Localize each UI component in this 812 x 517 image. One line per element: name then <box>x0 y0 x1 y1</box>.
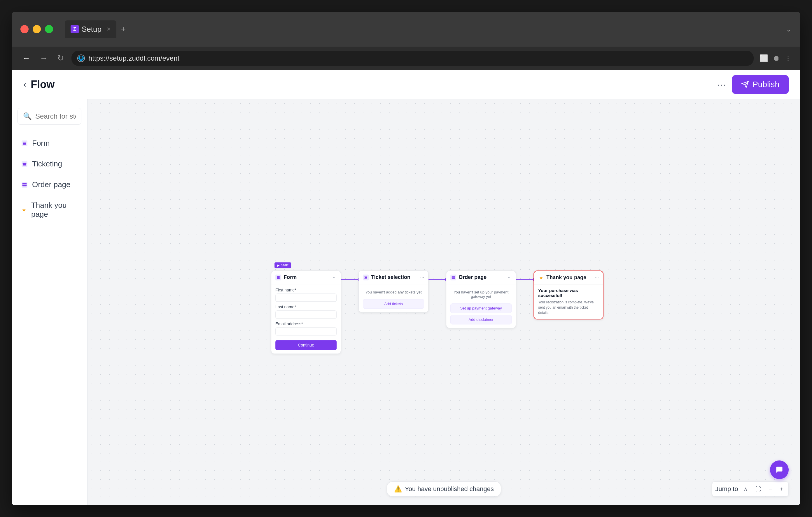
thankyou-node-title: Thank you page <box>546 275 586 281</box>
fit-view-button[interactable]: ⛶ <box>753 484 763 495</box>
form-node-body: First name* Last name* Email address* <box>271 284 341 354</box>
zoom-out-button[interactable]: − <box>766 484 775 495</box>
sidebar-item-label-order: Order page <box>32 180 70 189</box>
traffic-lights <box>21 25 53 33</box>
reload-button[interactable]: ↻ <box>55 52 66 65</box>
sidebar-item-form[interactable]: Form <box>18 133 81 153</box>
flow-container: Start Form ··· <box>271 270 604 354</box>
connector-2 <box>429 279 446 280</box>
form-field-lastname: Last name* <box>276 305 337 318</box>
browser-nav-right: ⬜ ⏺ ⋮ <box>759 54 791 62</box>
connector-line-1 <box>341 279 358 280</box>
form-node-wrapper: Start Form ··· <box>271 270 341 354</box>
close-button[interactable] <box>21 25 29 33</box>
svg-rect-9 <box>277 278 280 279</box>
svg-rect-7 <box>277 276 280 277</box>
thankyou-node-header: ★ Thank you page ··· <box>534 271 603 284</box>
form-node-more-button[interactable]: ··· <box>333 275 337 280</box>
ticket-node-more-button[interactable]: ··· <box>420 275 424 280</box>
sidebar-item-ticketing[interactable]: Ticketing <box>18 154 81 174</box>
canvas[interactable]: Start Form ··· <box>87 99 800 505</box>
jump-controls: Jump to ∧ ⛶ − + <box>712 482 789 496</box>
form-node-title: Form <box>284 274 297 280</box>
app-header: ‹ Flow ··· Publish <box>12 70 800 99</box>
new-tab-button[interactable]: + <box>121 25 126 34</box>
lastname-input <box>276 310 337 318</box>
svg-rect-2 <box>23 142 26 143</box>
search-box[interactable]: 🔍 <box>18 108 81 125</box>
reader-view-button[interactable]: ⬜ <box>759 54 768 62</box>
ticket-node-icon <box>363 275 369 280</box>
svg-rect-5 <box>23 183 27 186</box>
back-button[interactable]: ‹ <box>23 80 26 89</box>
app-container: ‹ Flow ··· Publish 🔍 <box>12 70 800 505</box>
order-node-body: You haven't set up your payment gateway … <box>446 284 516 328</box>
thankyou-node-icon: ★ <box>538 275 544 281</box>
order-node[interactable]: Order page ··· You haven't set up your p… <box>446 270 516 328</box>
setup-payment-button[interactable]: Set up payment gateway <box>450 303 512 313</box>
ticket-node-header: Ticket selection ··· <box>359 271 428 284</box>
tab-title: Setup <box>82 25 102 34</box>
ticket-node-body: You haven't added any tickets yet Add ti… <box>359 284 428 312</box>
more-options-button[interactable]: ··· <box>717 80 726 89</box>
order-empty-text: You haven't set up your payment gateway … <box>450 287 512 301</box>
main-layout: 🔍 Form Ticketing <box>12 99 800 505</box>
connector-3 <box>516 279 533 280</box>
warning-icon: ⚠️ <box>394 485 402 493</box>
record-button[interactable]: ⏺ <box>773 54 780 62</box>
security-icon: 🌐 <box>77 55 85 62</box>
maximize-button[interactable] <box>45 25 53 33</box>
continue-button[interactable]: Continue <box>276 340 337 350</box>
ticket-empty-text: You haven't added any tickets yet <box>363 287 424 297</box>
unpublished-badge: ⚠️ You have unpublished changes <box>387 482 501 496</box>
form-field-firstname: First name* <box>276 287 337 302</box>
forward-nav-button[interactable]: → <box>38 52 50 65</box>
ticket-node[interactable]: Ticket selection ··· You haven't added a… <box>358 270 429 312</box>
ticket-title-group: Ticket selection <box>363 274 410 280</box>
order-node-title: Order page <box>459 274 487 280</box>
form-title-group: Form <box>276 274 297 280</box>
chat-fab-button[interactable] <box>770 460 789 479</box>
svg-rect-8 <box>277 277 280 278</box>
order-node-more-button[interactable]: ··· <box>508 275 512 280</box>
thankyou-success-text: Your registration is complete. We've sen… <box>538 300 599 315</box>
email-input <box>276 327 337 335</box>
search-input[interactable] <box>35 112 76 120</box>
connector-1 <box>341 279 358 280</box>
header-right: ··· Publish <box>717 75 789 94</box>
order-icon <box>22 182 27 188</box>
jump-up-button[interactable]: ∧ <box>741 483 750 495</box>
thankyou-node-more-button[interactable]: ··· <box>595 275 599 280</box>
sidebar-item-label-ticketing: Ticketing <box>32 159 62 169</box>
email-label: Email address* <box>276 322 337 326</box>
connector-line-2 <box>429 279 446 280</box>
minimize-button[interactable] <box>33 25 41 33</box>
back-nav-button[interactable]: ← <box>21 52 32 65</box>
order-node-header: Order page ··· <box>446 271 516 284</box>
tab-close-button[interactable]: × <box>107 25 111 33</box>
svg-rect-10 <box>452 276 455 279</box>
collapse-button[interactable]: ⌄ <box>786 25 791 33</box>
tab-bar: Z Setup × + <box>65 21 126 38</box>
firstname-input <box>276 294 337 302</box>
menu-button[interactable]: ⋮ <box>785 54 791 62</box>
form-field-email: Email address* <box>276 322 337 335</box>
add-disclaimer-button[interactable]: Add disclaimer <box>450 315 512 324</box>
thankyou-node-body: Your purchase was successful! Your regis… <box>534 284 603 319</box>
chat-icon <box>775 466 783 474</box>
active-tab[interactable]: Z Setup × <box>65 21 116 38</box>
browser-nav: ← → ↻ 🌐 https://setup.zuddl.com/event ⬜ … <box>12 47 800 70</box>
zoom-in-button[interactable]: + <box>777 484 785 495</box>
thankyou-node[interactable]: ★ Thank you page ··· Your purchase was s… <box>533 270 604 320</box>
sidebar-item-order[interactable]: Order page <box>18 175 81 194</box>
form-node-icon <box>276 275 281 280</box>
firstname-label: First name* <box>276 287 337 292</box>
form-node[interactable]: Form ··· First name* Last name* <box>271 270 341 354</box>
url-display: https://setup.zuddl.com/event <box>88 54 179 62</box>
address-bar[interactable]: 🌐 https://setup.zuddl.com/event <box>71 51 754 66</box>
thankyou-title-group: ★ Thank you page <box>538 275 586 281</box>
tab-favicon: Z <box>70 25 79 33</box>
publish-button[interactable]: Publish <box>732 75 789 94</box>
sidebar-item-thankyou[interactable]: ★ Thank you page <box>18 195 81 224</box>
add-tickets-button[interactable]: Add tickets <box>363 299 424 309</box>
